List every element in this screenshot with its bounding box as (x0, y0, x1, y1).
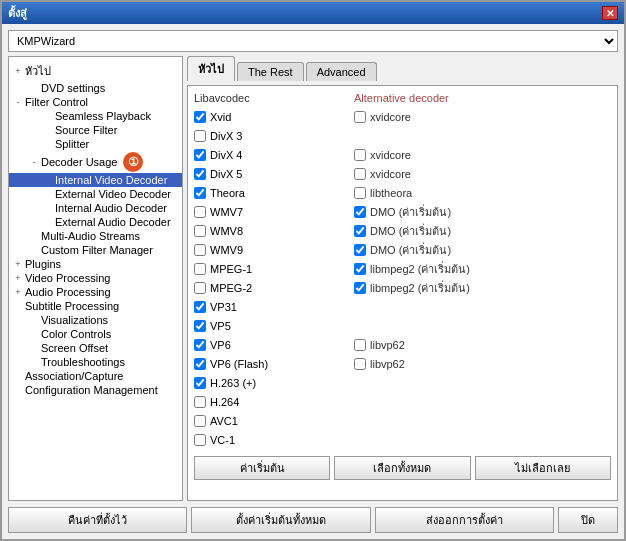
tree-item-18[interactable]: Color Controls (9, 327, 182, 341)
tree-item-21[interactable]: Association/Capture (9, 369, 182, 383)
left-codec-check-14[interactable] (194, 377, 206, 389)
tree-item-2[interactable]: -Filter Control (9, 95, 182, 109)
left-codec-row-10: VP31 (194, 298, 354, 316)
right-codec-check-13[interactable] (354, 358, 366, 370)
tree-item-13[interactable]: +Plugins (9, 257, 182, 271)
left-codec-check-17[interactable] (194, 434, 206, 446)
right-codec-row-15 (354, 393, 611, 411)
left-codec-check-5[interactable] (194, 206, 206, 218)
tree-item-22[interactable]: Configuration Management (9, 383, 182, 397)
tab-action-btn-2[interactable]: ไม่เลือกเลย (475, 456, 611, 480)
bottom-btn-0[interactable]: คืนค่าที่ตั้งไว้ (8, 507, 187, 533)
right-codec-label-4: libtheora (370, 187, 412, 199)
left-codec-row-1: DivX 3 (194, 127, 354, 145)
tab-content: Libavcodec Alternative decoder XvidDivX … (187, 85, 618, 501)
tree-item-20[interactable]: Troubleshootings (9, 355, 182, 369)
tree-expand-icon-6: - (29, 157, 39, 167)
left-codec-check-3[interactable] (194, 168, 206, 180)
tree-item-14[interactable]: +Video Processing (9, 271, 182, 285)
profile-select[interactable]: KMPWizard (8, 30, 618, 52)
tree-item-0[interactable]: +หัวไป (9, 61, 182, 81)
left-codec-row-9: MPEG-2 (194, 279, 354, 297)
left-codec-label-1: DivX 3 (210, 130, 242, 142)
left-codec-check-6[interactable] (194, 225, 206, 237)
left-codec-check-2[interactable] (194, 149, 206, 161)
tab-action-btn-0[interactable]: ค่าเริ่มต้น (194, 456, 330, 480)
tree-item-4[interactable]: Source Filter (9, 123, 182, 137)
tree-item-label-7: Internal Video Decoder (55, 174, 167, 186)
tree-item-11[interactable]: Multi-Audio Streams (9, 229, 182, 243)
right-codec-label-13: libvp62 (370, 358, 405, 370)
left-codec-check-15[interactable] (194, 396, 206, 408)
tree-item-label-20: Troubleshootings (41, 356, 125, 368)
tree-item-8[interactable]: External Video Decoder (9, 187, 182, 201)
left-codec-row-3: DivX 5 (194, 165, 354, 183)
bottom-btn-3[interactable]: ปิด (558, 507, 618, 533)
right-codec-check-6[interactable] (354, 225, 366, 237)
tree-item-label-10: External Audio Decoder (55, 216, 171, 228)
tree-item-15[interactable]: +Audio Processing (9, 285, 182, 299)
right-codec-check-8[interactable] (354, 263, 366, 275)
tree-item-17[interactable]: Visualizations (9, 313, 182, 327)
left-codec-row-4: Theora (194, 184, 354, 202)
right-codec-row-7: DMO (ค่าเริ่มต้น) (354, 241, 611, 259)
tree-item-label-5: Splitter (55, 138, 89, 150)
tree-item-19[interactable]: Screen Offset (9, 341, 182, 355)
tab-action-btn-1[interactable]: เลือกทั้งหมด (334, 456, 470, 480)
right-codec-check-4[interactable] (354, 187, 366, 199)
right-codec-check-3[interactable] (354, 168, 366, 180)
left-codec-check-11[interactable] (194, 320, 206, 332)
tree-item-label-17: Visualizations (41, 314, 108, 326)
right-codec-check-12[interactable] (354, 339, 366, 351)
left-codec-label-9: MPEG-2 (210, 282, 252, 294)
tree-item-label-2: Filter Control (25, 96, 88, 108)
left-codec-label-12: VP6 (210, 339, 231, 351)
bottom-btn-2[interactable]: ส่งออกการตั้งค่า (375, 507, 554, 533)
left-codec-label-3: DivX 5 (210, 168, 242, 180)
left-codec-col: XvidDivX 3DivX 4DivX 5TheoraWMV7WMV8WMV9… (194, 108, 354, 450)
left-codec-row-0: Xvid (194, 108, 354, 126)
right-codec-check-5[interactable] (354, 206, 366, 218)
tree-item-1[interactable]: DVD settings (9, 81, 182, 95)
left-codec-check-16[interactable] (194, 415, 206, 427)
tree-item-5[interactable]: Splitter (9, 137, 182, 151)
tree-item-3[interactable]: Seamless Playback (9, 109, 182, 123)
left-codec-check-1[interactable] (194, 130, 206, 142)
left-codec-row-14: H.263 (+) (194, 374, 354, 392)
left-codec-check-12[interactable] (194, 339, 206, 351)
left-codec-label-7: WMV9 (210, 244, 243, 256)
right-codec-label-6: DMO (ค่าเริ่มต้น) (370, 222, 451, 240)
right-codec-check-2[interactable] (354, 149, 366, 161)
left-codec-check-0[interactable] (194, 111, 206, 123)
tab-0[interactable]: หัวไป (187, 56, 235, 81)
tree-item-label-1: DVD settings (41, 82, 105, 94)
right-codec-row-11 (354, 317, 611, 335)
left-codec-check-8[interactable] (194, 263, 206, 275)
right-codec-check-9[interactable] (354, 282, 366, 294)
tree-item-label-22: Configuration Management (25, 384, 158, 396)
right-codec-check-7[interactable] (354, 244, 366, 256)
tab-1[interactable]: The Rest (237, 62, 304, 81)
tree-item-16[interactable]: Subtitle Processing (9, 299, 182, 313)
left-codec-check-13[interactable] (194, 358, 206, 370)
right-codec-row-4: libtheora (354, 184, 611, 202)
tree-item-12[interactable]: Custom Filter Manager (9, 243, 182, 257)
right-codec-check-0[interactable] (354, 111, 366, 123)
codec-header: Libavcodec Alternative decoder (194, 92, 611, 104)
tree-item-6[interactable]: -Decoder Usage① (9, 151, 182, 173)
right-codec-label-7: DMO (ค่าเริ่มต้น) (370, 241, 451, 259)
tree-item-9[interactable]: Internal Audio Decoder (9, 201, 182, 215)
tabs-bar: หัวไปThe RestAdvanced (187, 56, 618, 81)
close-window-button[interactable]: ✕ (602, 6, 618, 20)
left-codec-check-7[interactable] (194, 244, 206, 256)
tab-2[interactable]: Advanced (306, 62, 377, 81)
right-codec-label-2: xvidcore (370, 149, 411, 161)
tree-item-label-6: Decoder Usage (41, 156, 117, 168)
tree-item-7[interactable]: Internal Video Decoder (9, 173, 182, 187)
left-codec-check-4[interactable] (194, 187, 206, 199)
tree-item-10[interactable]: External Audio Decoder (9, 215, 182, 229)
left-codec-check-10[interactable] (194, 301, 206, 313)
tree-item-label-9: Internal Audio Decoder (55, 202, 167, 214)
left-codec-check-9[interactable] (194, 282, 206, 294)
bottom-btn-1[interactable]: ตั้งค่าเริ่มต้นทั้งหมด (191, 507, 370, 533)
